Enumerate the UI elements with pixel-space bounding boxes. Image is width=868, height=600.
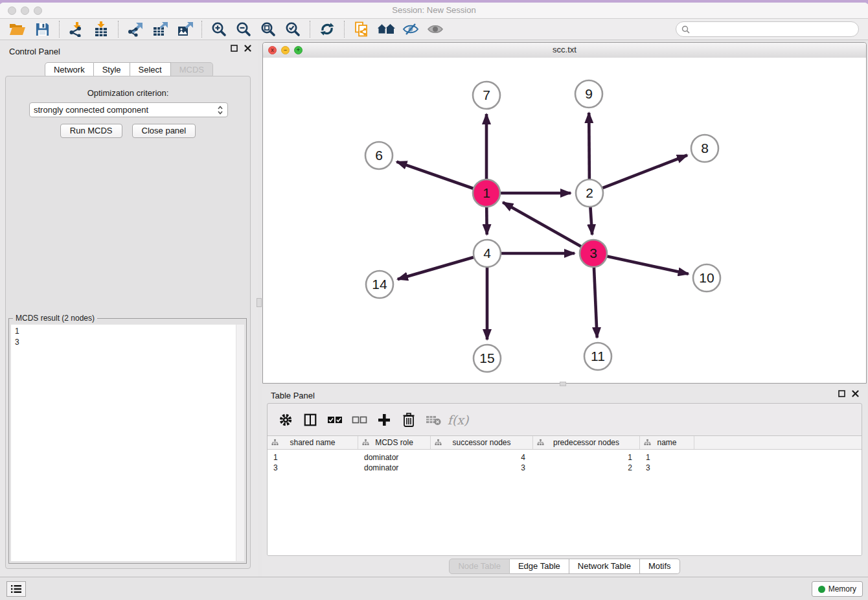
hide-selected-button[interactable] bbox=[400, 19, 422, 39]
main-titlebar: Session: New Session bbox=[0, 3, 868, 19]
table-settings-button[interactable] bbox=[275, 410, 296, 430]
vertical-splitter-handle[interactable] bbox=[257, 298, 262, 307]
table-cell[interactable]: dominator bbox=[358, 452, 431, 463]
table-row[interactable]: 1dominator411 bbox=[268, 452, 862, 463]
control-panel-title: Control Panel bbox=[9, 47, 60, 56]
table-panel-tabs: Node TableEdge TableNetwork TableMotifs bbox=[262, 559, 867, 574]
table-cell[interactable]: 4 bbox=[431, 452, 533, 463]
column-header-MCDS-role[interactable]: MCDS role bbox=[358, 436, 431, 449]
zoom-selected-button[interactable] bbox=[282, 19, 304, 39]
horizontal-splitter-handle[interactable] bbox=[560, 382, 566, 386]
deselect-all-columns-button[interactable] bbox=[349, 410, 370, 430]
refresh-icon bbox=[319, 21, 335, 37]
table-cell[interactable]: dominator bbox=[358, 463, 431, 473]
graph-edge-2-9[interactable] bbox=[589, 113, 589, 181]
open-folder-icon bbox=[9, 22, 26, 36]
graph-node-label-2: 2 bbox=[586, 185, 593, 200]
import-table-button[interactable] bbox=[90, 19, 112, 39]
graph-edge-2-8[interactable] bbox=[601, 155, 687, 189]
table-cell[interactable]: 1 bbox=[533, 452, 640, 463]
criterion-dropdown[interactable]: strongly connected component bbox=[29, 102, 228, 117]
float-table-panel-icon[interactable] bbox=[838, 390, 845, 397]
toolbar-separator bbox=[310, 21, 310, 38]
table-cell[interactable]: 1 bbox=[640, 452, 694, 463]
memory-button[interactable]: Memory bbox=[812, 581, 863, 597]
column-header-name[interactable]: name bbox=[640, 436, 694, 449]
result-scrollbar[interactable] bbox=[236, 325, 244, 561]
search-input[interactable] bbox=[692, 24, 858, 35]
network-window-title: scc.txt bbox=[263, 45, 866, 54]
task-history-button[interactable] bbox=[6, 581, 26, 597]
zoom-fit-button[interactable] bbox=[257, 19, 279, 39]
column-header-shared-name[interactable]: shared name bbox=[268, 436, 358, 449]
table-cell[interactable]: 3 bbox=[431, 463, 533, 473]
go-home-button[interactable] bbox=[375, 19, 397, 39]
close-panel-button[interactable]: Close panel bbox=[132, 124, 196, 138]
import-network-button[interactable] bbox=[65, 19, 87, 39]
clone-network-button[interactable] bbox=[350, 19, 372, 39]
column-label: shared name bbox=[290, 438, 335, 447]
run-mcds-button[interactable]: Run MCDS bbox=[60, 124, 122, 138]
export-table-button[interactable] bbox=[149, 19, 171, 39]
table-row[interactable]: 3dominator323 bbox=[268, 463, 862, 473]
clone-network-icon bbox=[354, 21, 369, 37]
trash-icon bbox=[402, 413, 415, 427]
close-panel-icon[interactable] bbox=[244, 45, 251, 52]
select-all-columns-button[interactable] bbox=[325, 410, 345, 430]
network-canvas[interactable]: 7968124314101511 bbox=[263, 58, 866, 383]
table-tab-motifs[interactable]: Motifs bbox=[640, 559, 680, 574]
function-builder-button[interactable]: f(x) bbox=[448, 410, 468, 430]
column-header-predecessor-nodes[interactable]: predecessor nodes bbox=[533, 436, 640, 449]
table-browser: f(x) shared nameMCDS rolesuccessor nodes… bbox=[267, 403, 862, 556]
graph-edge-1-6[interactable] bbox=[396, 162, 475, 189]
table-cell[interactable]: 3 bbox=[640, 463, 694, 473]
table-cell[interactable]: 1 bbox=[268, 452, 358, 463]
fx-icon: f(x) bbox=[448, 413, 469, 427]
save-floppy-icon bbox=[35, 22, 50, 37]
graph-node-label-14: 14 bbox=[372, 277, 387, 292]
delete-table-button[interactable] bbox=[423, 410, 444, 430]
zoom-out-button[interactable] bbox=[233, 19, 255, 39]
table-body: 1dominator4113dominator323 bbox=[268, 450, 862, 473]
graph-node-label-8: 8 bbox=[701, 141, 709, 156]
column-label: successor nodes bbox=[452, 438, 510, 447]
table-tab-network-table[interactable]: Network Table bbox=[569, 559, 640, 574]
table-tab-node-table[interactable]: Node Table bbox=[449, 559, 510, 574]
table-cell[interactable]: 2 bbox=[533, 463, 640, 473]
close-table-panel-icon[interactable] bbox=[852, 390, 859, 397]
table-tab-edge-table[interactable]: Edge Table bbox=[510, 559, 569, 574]
column-label: MCDS role bbox=[375, 438, 413, 447]
graph-edge-3-10[interactable] bbox=[606, 256, 689, 274]
search-icon bbox=[681, 25, 690, 34]
zoom-fit-icon bbox=[260, 21, 276, 37]
graph-edge-3-1[interactable] bbox=[503, 202, 582, 247]
graph-edge-4-14[interactable] bbox=[398, 257, 475, 279]
add-column-button[interactable] bbox=[374, 410, 394, 430]
graph-node-label-10: 10 bbox=[699, 270, 714, 285]
table-cell[interactable]: 3 bbox=[268, 463, 358, 473]
refresh-view-button[interactable] bbox=[316, 19, 338, 39]
graph-node-label-7: 7 bbox=[483, 87, 490, 102]
delete-column-button[interactable] bbox=[398, 410, 419, 430]
toolbar-separator bbox=[59, 21, 60, 38]
dropdown-stepper-icon bbox=[217, 105, 223, 115]
unchecked-boxes-icon bbox=[352, 415, 367, 424]
float-panel-icon[interactable] bbox=[231, 45, 238, 52]
graph-edge-2-3[interactable] bbox=[590, 205, 592, 235]
zoom-in-button[interactable] bbox=[208, 19, 230, 39]
column-header-successor-nodes[interactable]: successor nodes bbox=[431, 436, 533, 449]
graph-node-label-3: 3 bbox=[589, 246, 597, 260]
mcds-result-text[interactable]: 13 bbox=[11, 325, 244, 561]
export-image-button[interactable] bbox=[174, 19, 196, 39]
save-session-button[interactable] bbox=[31, 19, 53, 39]
graph-edge-3-11[interactable] bbox=[594, 266, 597, 338]
status-bar: Memory bbox=[0, 577, 868, 600]
toggle-column-view-button[interactable] bbox=[300, 410, 321, 430]
search-field[interactable] bbox=[676, 21, 859, 37]
show-all-button[interactable] bbox=[424, 19, 446, 39]
network-window-titlebar[interactable]: x – + scc.txt bbox=[263, 43, 866, 58]
export-network-button[interactable] bbox=[124, 19, 146, 39]
network-view-window: x – + scc.txt 7968124314101511 bbox=[262, 42, 867, 384]
open-session-button[interactable] bbox=[6, 19, 29, 39]
column-label: name bbox=[657, 438, 676, 447]
